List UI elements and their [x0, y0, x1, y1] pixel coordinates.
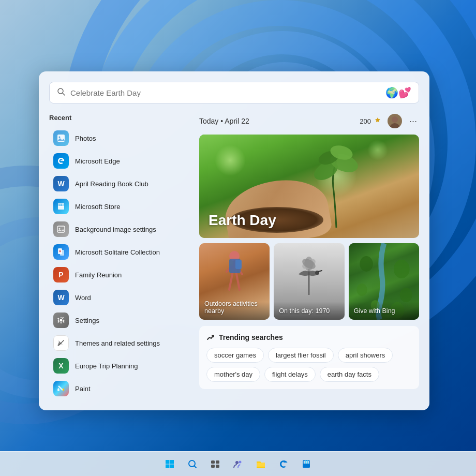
card-give-bing-label: Give with Bing	[354, 307, 414, 315]
svg-point-15	[60, 319, 63, 322]
search-input[interactable]	[70, 88, 378, 97]
svg-marker-11	[57, 229, 65, 231]
taskbar-windows[interactable]	[160, 455, 179, 473]
svg-point-35	[399, 288, 412, 302]
paint-label: Paint	[75, 385, 91, 393]
svg-rect-9	[57, 226, 65, 232]
solitaire-icon: ♥	[53, 244, 69, 260]
themes-label: Themes and related settings	[75, 339, 160, 347]
word-label: Word	[75, 294, 91, 302]
card-on-this-day-label: On this day: 1970	[279, 307, 339, 315]
recent-item-solitaire[interactable]: ♥ Microsoft Solitaire Collection	[49, 241, 189, 263]
search-emoji: 🌍💕	[385, 86, 411, 99]
svg-point-49	[239, 460, 242, 463]
svg-point-18	[392, 116, 398, 123]
settings-icon	[53, 313, 69, 328]
recent-title: Recent	[49, 114, 189, 122]
tag-april-showers[interactable]: april showers	[338, 348, 393, 363]
taskbar-store[interactable]	[297, 455, 316, 473]
recent-item-settings[interactable]: Settings	[49, 309, 189, 332]
svg-rect-46	[211, 465, 215, 468]
card-give-bing[interactable]: Give with Bing	[349, 243, 419, 320]
taskbar-explorer[interactable]	[251, 455, 270, 473]
right-panel: Today • April 22 200 ···	[199, 114, 419, 400]
points-badge: 200	[360, 116, 382, 126]
solitaire-label: Microsoft Solitaire Collection	[75, 248, 160, 256]
hiker-svg	[214, 248, 255, 295]
svg-rect-41	[170, 464, 174, 468]
svg-line-43	[195, 466, 197, 468]
search-bar[interactable]: 🌍💕	[49, 82, 419, 103]
bg-settings-label: Background image settings	[75, 226, 156, 233]
card-outdoors-label: Outdoors activities nearby	[204, 300, 264, 315]
recent-item-edge[interactable]: Microsoft Edge	[49, 150, 189, 172]
store-label: Microsoft Store	[75, 203, 120, 211]
right-header: Today • April 22 200 ···	[199, 114, 419, 128]
taskbar-teams[interactable]	[229, 455, 247, 473]
recent-item-bg-settings[interactable]: Background image settings	[49, 218, 189, 241]
taskbar-search[interactable]	[183, 455, 202, 473]
trending-title: Trending searches	[219, 333, 283, 341]
date-label: Today • April 22	[199, 117, 249, 125]
tag-flight-delays[interactable]: flight delays	[264, 367, 316, 382]
store-icon	[53, 199, 69, 214]
recent-item-photos[interactable]: Photos	[49, 127, 189, 150]
card-outdoors[interactable]: Outdoors activities nearby	[199, 243, 270, 320]
paint-icon	[53, 381, 69, 396]
left-panel: Recent Photos Microsoft Edge W April Rea…	[49, 114, 189, 400]
taskbar-task-view[interactable]	[206, 455, 225, 473]
edge-label: Microsoft Edge	[75, 157, 120, 165]
bookclub-label: April Reading Book Club	[75, 180, 148, 188]
svg-point-34	[356, 284, 367, 296]
excel-icon: X	[53, 358, 69, 374]
taskbar	[0, 451, 476, 476]
family-reunion-label: Family Reunion	[75, 271, 122, 279]
main-content: Recent Photos Microsoft Edge W April Rea…	[49, 114, 419, 400]
recent-item-store[interactable]: Microsoft Store	[49, 195, 189, 218]
recent-item-bookclub[interactable]: W April Reading Book Club	[49, 172, 189, 195]
svg-rect-45	[216, 460, 219, 464]
taskbar-edge[interactable]	[274, 455, 293, 473]
trending-section: Trending searches soccer games largest f…	[199, 326, 419, 389]
ppt-icon: P	[53, 267, 69, 282]
themes-icon	[53, 335, 69, 351]
points-value: 200	[360, 117, 371, 125]
svg-rect-44	[211, 460, 215, 464]
tag-largest-flier[interactable]: largest flier fossil	[268, 348, 334, 363]
svg-rect-38	[166, 460, 170, 464]
cards-row: Outdoors activities nearby	[199, 243, 419, 320]
recent-item-europe[interactable]: X Europe Trip Planning	[49, 354, 189, 377]
search-icon	[57, 87, 65, 98]
word-icon-1: W	[53, 176, 69, 191]
recent-item-family-reunion[interactable]: P Family Reunion	[49, 263, 189, 286]
trending-tags-container: soccer games largest flier fossil april …	[206, 348, 412, 382]
svg-line-1	[63, 93, 65, 95]
tag-mothers-day[interactable]: mother's day	[206, 367, 260, 382]
svg-rect-7	[60, 203, 61, 206]
bird-svg	[288, 248, 330, 295]
svg-point-32	[360, 256, 373, 272]
svg-rect-39	[170, 460, 174, 464]
recent-item-themes[interactable]: Themes and related settings	[49, 332, 189, 354]
europe-label: Europe Trip Planning	[75, 362, 138, 370]
svg-point-33	[394, 260, 410, 278]
recent-item-paint[interactable]: Paint	[49, 377, 189, 400]
svg-rect-25	[235, 260, 242, 269]
user-avatar[interactable]	[388, 114, 402, 128]
more-options-button[interactable]: ···	[407, 115, 419, 128]
recent-item-word[interactable]: W Word	[49, 286, 189, 309]
hero-title: Earth Day	[209, 212, 276, 229]
trophy-icon	[373, 116, 382, 126]
svg-rect-8	[62, 203, 63, 206]
card-on-this-day[interactable]: On this day: 1970	[274, 243, 344, 320]
settings-label: Settings	[75, 317, 99, 324]
svg-rect-51	[303, 460, 309, 464]
photos-label: Photos	[75, 135, 96, 142]
svg-rect-47	[216, 465, 219, 468]
hero-image[interactable]: Earth Day	[199, 135, 419, 238]
svg-point-17	[390, 123, 400, 128]
trending-header: Trending searches	[206, 333, 412, 341]
tag-earth-day-facts[interactable]: earth day facts	[320, 367, 379, 382]
bg-settings-icon	[53, 221, 69, 237]
tag-soccer-games[interactable]: soccer games	[206, 348, 264, 363]
